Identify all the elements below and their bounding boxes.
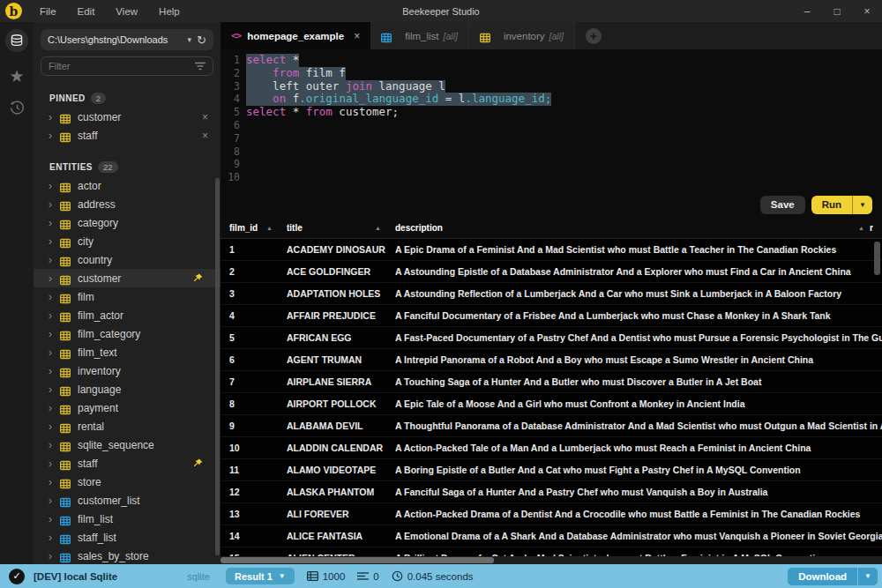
- code-line-6[interactable]: 6: [220, 119, 882, 132]
- entity-item-city[interactable]: ›city: [34, 232, 220, 250]
- entity-item-sales_by_store[interactable]: ›sales_by_store: [34, 547, 220, 564]
- entity-item-staff[interactable]: ›staff: [34, 454, 220, 473]
- entity-item-payment[interactable]: ›payment: [34, 398, 220, 417]
- chevron-right-icon[interactable]: ›: [49, 272, 60, 285]
- entity-item-film_category[interactable]: ›film_category: [34, 324, 220, 343]
- table-row[interactable]: 15ALIEN CENTERA Brilliant Drama of a Cat…: [220, 547, 882, 556]
- chevron-right-icon[interactable]: ›: [49, 254, 60, 266]
- unpin-close-icon[interactable]: ×: [202, 111, 208, 123]
- run-button-label[interactable]: Run: [811, 196, 852, 214]
- entity-item-film_text[interactable]: ›film_text: [34, 343, 220, 361]
- chevron-right-icon[interactable]: ›: [49, 402, 60, 414]
- pinned-item-customer[interactable]: ›customer×: [34, 108, 220, 126]
- column-header-film-id[interactable]: film_id▲: [220, 223, 278, 233]
- table-row[interactable]: 8AIRPORT POLLOCKA Epic Tale of a Moose A…: [220, 393, 882, 415]
- chevron-right-icon[interactable]: ›: [49, 198, 60, 211]
- maximize-button[interactable]: □: [822, 0, 852, 22]
- code-line-1[interactable]: 1select *: [220, 54, 882, 67]
- chevron-right-icon[interactable]: ›: [49, 365, 60, 377]
- chevron-right-icon[interactable]: ›: [49, 383, 60, 396]
- entity-item-sqlite_sequence[interactable]: ›sqlite_sequence: [34, 435, 220, 454]
- entity-item-staff_list[interactable]: ›staff_list: [34, 528, 220, 547]
- table-row[interactable]: 10ALADDIN CALENDARA Action-Packed Tale o…: [220, 437, 882, 459]
- table-row[interactable]: 7AIRPLANE SIERRAA Touching Saga of a Hun…: [220, 371, 882, 393]
- entity-item-inventory[interactable]: ›inventory: [34, 361, 220, 380]
- code-line-3[interactable]: 3 left outer join language l: [220, 80, 882, 93]
- save-button[interactable]: Save: [760, 196, 805, 214]
- download-options-caret-icon[interactable]: ▼: [857, 568, 878, 585]
- code-line-2[interactable]: 2 from film f: [220, 67, 882, 80]
- unpin-close-icon[interactable]: ×: [202, 130, 208, 142]
- entity-item-film_list[interactable]: ›film_list: [34, 510, 220, 528]
- entity-item-actor[interactable]: ›actor: [34, 176, 220, 195]
- chevron-right-icon[interactable]: ›: [49, 346, 60, 359]
- refresh-icon[interactable]: ↻: [197, 33, 206, 47]
- scrollbar-thumb[interactable]: [220, 557, 494, 563]
- column-header-partial[interactable]: r: [870, 223, 882, 233]
- table-row[interactable]: 5AFRICAN EGGA Fast-Paced Documentary of …: [220, 327, 882, 349]
- table-row[interactable]: 4AFFAIR PREJUDICEA Fanciful Documentary …: [220, 305, 882, 327]
- chevron-right-icon[interactable]: ›: [49, 532, 60, 544]
- entity-item-store[interactable]: ›store: [34, 473, 220, 491]
- chevron-right-icon[interactable]: ›: [49, 130, 60, 142]
- history-icon[interactable]: [10, 100, 25, 118]
- table-row[interactable]: 11ALAMO VIDEOTAPEA Boring Epistle of a B…: [220, 459, 882, 481]
- results-horizontal-scrollbar[interactable]: [220, 556, 882, 564]
- table-row[interactable]: 9ALABAMA DEVILA Thoughtful Panorama of a…: [220, 415, 882, 437]
- table-row[interactable]: 13ALI FOREVERA Action-Packed Drama of a …: [220, 503, 882, 525]
- filter-icon[interactable]: [195, 58, 206, 74]
- code-line-10[interactable]: 10: [220, 171, 882, 184]
- run-options-caret-icon[interactable]: ▼: [852, 196, 872, 214]
- entity-item-address[interactable]: ›address: [34, 195, 220, 213]
- sort-icon[interactable]: ▲: [858, 225, 864, 231]
- chevron-right-icon[interactable]: ›: [49, 439, 60, 451]
- code-line-8[interactable]: 8: [220, 145, 882, 159]
- close-button[interactable]: ×: [852, 0, 882, 22]
- sort-icon[interactable]: ▲: [375, 225, 381, 231]
- download-button[interactable]: Download ▼: [788, 568, 878, 585]
- connection-selector[interactable]: C:\Users\ghstng\Downloads ▾ ↻: [41, 29, 213, 50]
- download-button-label[interactable]: Download: [788, 568, 857, 585]
- pinned-section-header[interactable]: PINNED 2: [34, 90, 220, 106]
- entity-item-customer[interactable]: ›customer: [34, 269, 220, 287]
- chevron-right-icon[interactable]: ›: [49, 421, 60, 433]
- minimize-button[interactable]: –: [792, 0, 822, 22]
- entity-item-film[interactable]: ›film: [34, 287, 220, 306]
- code-line-4[interactable]: 4 on f.original_language_id = l.language…: [220, 93, 882, 106]
- column-header-description[interactable]: description▲: [386, 223, 870, 233]
- sort-icon[interactable]: ▲: [266, 225, 273, 231]
- entity-item-country[interactable]: ›country: [34, 250, 220, 269]
- code-line-9[interactable]: 9: [220, 158, 882, 171]
- result-selector[interactable]: Result 1 ▼: [226, 568, 295, 584]
- chevron-right-icon[interactable]: ›: [49, 235, 60, 248]
- table-row[interactable]: 3ADAPTATION HOLESA Astounding Reflection…: [220, 283, 882, 305]
- entity-item-rental[interactable]: ›rental: [34, 417, 220, 435]
- menu-help[interactable]: Help: [150, 4, 189, 19]
- sidebar-scrollbar[interactable]: [215, 178, 220, 555]
- table-row[interactable]: 6AGENT TRUMANA Intrepid Panorama of a Ro…: [220, 349, 882, 371]
- database-icon[interactable]: [5, 29, 28, 52]
- table-row[interactable]: 1ACADEMY DINOSAURA Epic Drama of a Femin…: [220, 239, 882, 261]
- entity-filter-input[interactable]: Filter: [41, 56, 213, 76]
- chevron-right-icon[interactable]: ›: [49, 513, 60, 525]
- entity-item-category[interactable]: ›category: [34, 213, 220, 232]
- menu-view[interactable]: View: [107, 4, 146, 19]
- run-button[interactable]: Run ▼: [811, 196, 872, 214]
- code-line-7[interactable]: 7: [220, 132, 882, 145]
- tab-inventory[interactable]: inventory[all]: [469, 22, 575, 49]
- table-row[interactable]: 2ACE GOLDFINGERA Astounding Epistle of a…: [220, 261, 882, 283]
- chevron-right-icon[interactable]: ›: [49, 309, 60, 322]
- code-line-5[interactable]: 5select * from customer;: [220, 106, 882, 119]
- tab-homepage_example[interactable]: <>homepage_example×: [220, 22, 370, 49]
- chevron-right-icon[interactable]: ›: [49, 476, 60, 488]
- pinned-item-staff[interactable]: ›staff×: [34, 126, 220, 145]
- chevron-right-icon[interactable]: ›: [49, 111, 60, 123]
- entity-item-customer_list[interactable]: ›customer_list: [34, 491, 220, 510]
- entity-item-film_actor[interactable]: ›film_actor: [34, 306, 220, 324]
- chevron-right-icon[interactable]: ›: [49, 550, 60, 562]
- chevron-right-icon[interactable]: ›: [49, 217, 60, 229]
- chevron-right-icon[interactable]: ›: [49, 458, 60, 470]
- table-row[interactable]: 12ALASKA PHANTOMA Fanciful Saga of a Hun…: [220, 481, 882, 503]
- chevron-right-icon[interactable]: ›: [49, 328, 60, 340]
- column-header-title[interactable]: title▲: [278, 223, 386, 233]
